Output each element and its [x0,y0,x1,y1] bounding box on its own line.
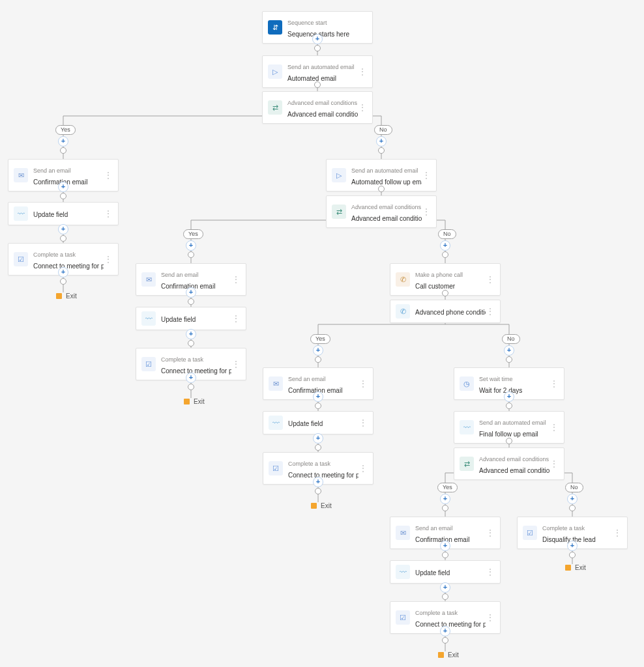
step-menu-button[interactable]: ⋮ [549,423,559,431]
step-title-label: Final follow up email [479,431,538,438]
branch-yes-pill[interactable]: Yes [437,483,458,492]
branch-no-pill[interactable]: No [565,483,583,492]
add-step-button[interactable]: + [58,224,68,234]
step-menu-button[interactable]: ⋮ [358,68,367,76]
connector-dot [378,186,385,192]
step-menu-button[interactable]: ⋮ [613,529,622,537]
add-step-button[interactable]: + [186,240,196,251]
step-title-label: Connect to meeting for product demo r... [33,263,104,270]
step-menu-button[interactable]: ⋮ [422,171,431,179]
step-update-field[interactable]: 〰 Update field ⋮ [390,560,501,584]
update-field-icon: 〰 [141,311,156,326]
step-type-label: Complete a task [161,356,203,363]
step-menu-button[interactable]: ⋮ [231,360,241,368]
step-title-label: Automated follow up email [351,178,422,186]
add-step-button[interactable]: + [440,240,450,251]
add-step-button[interactable]: + [186,373,196,383]
step-title-label: Connect to meeting for product demo r... [415,621,486,628]
connector-dot [315,488,321,494]
step-menu-button[interactable]: ⋮ [486,568,495,576]
step-type-label: Send an email [33,167,71,174]
step-menu-button[interactable]: ⋮ [486,276,495,283]
task-icon: ☑ [269,461,283,475]
step-menu-button[interactable]: ⋮ [358,104,367,111]
step-menu-button[interactable]: ⋮ [486,614,495,621]
step-menu-button[interactable]: ⋮ [549,460,559,468]
add-step-button[interactable]: + [312,34,323,44]
exit-icon [438,652,444,658]
add-step-button[interactable]: + [58,267,68,277]
automated-email-icon: ▷ [268,64,282,79]
step-menu-button[interactable]: ⋮ [359,464,368,472]
step-menu-button[interactable]: ⋮ [549,380,559,388]
branch-yes-pill[interactable]: Yes [55,125,76,135]
exit-icon [56,293,62,299]
branch-no-pill[interactable]: No [438,229,456,239]
mail-icon: ✉ [396,526,410,540]
sequence-designer-canvas[interactable]: ⇵ Sequence start Sequence starts here + … [0,0,644,667]
exit-label: Exit [575,564,586,571]
step-update-field[interactable]: 〰 Update field ⋮ [136,307,246,330]
step-type-label: Send an automated email [287,64,355,70]
branch-yes-pill[interactable]: Yes [310,334,330,344]
step-menu-button[interactable]: ⋮ [486,529,495,537]
step-menu-button[interactable]: ⋮ [104,210,113,218]
step-menu-button[interactable]: ⋮ [104,171,113,179]
add-step-button[interactable]: + [504,391,514,402]
mail-icon: ✉ [269,376,283,391]
add-step-button[interactable]: + [504,345,514,356]
branch-yes-pill[interactable]: Yes [183,229,203,239]
branch-no-pill[interactable]: No [374,125,392,135]
step-phone-condition[interactable]: ✆ Advanced phone condition ⋮ [390,300,501,323]
step-title-label: Wait for 2 days [479,387,522,394]
add-step-button[interactable]: + [313,391,323,402]
add-step-button[interactable]: + [567,494,578,504]
add-step-button[interactable]: + [313,345,323,356]
step-menu-button[interactable]: ⋮ [104,255,113,263]
add-step-button[interactable]: + [58,136,68,147]
step-menu-button[interactable]: ⋮ [359,419,368,427]
add-step-button[interactable]: + [186,329,196,339]
step-email-conditions[interactable]: ⇄ Advanced email conditions Advanced ema… [326,195,437,228]
step-menu-button[interactable]: ⋮ [359,380,368,388]
branch-no-pill[interactable]: No [502,334,520,344]
step-update-field[interactable]: 〰 Update field ⋮ [263,411,373,434]
step-menu-button[interactable]: ⋮ [231,315,241,322]
add-step-button[interactable]: + [567,541,578,551]
connector-dot [60,278,66,285]
exit-icon [311,503,317,509]
connector-dot [506,438,512,444]
connector-dot [60,147,66,154]
conditions-icon: ⇄ [460,457,474,471]
add-step-button[interactable]: + [58,182,68,192]
add-step-button[interactable]: + [313,433,323,444]
add-step-button[interactable]: + [440,541,450,551]
phone-condition-icon: ✆ [396,304,410,319]
add-step-button[interactable]: + [440,626,450,636]
exit-label: Exit [194,398,205,405]
step-menu-button[interactable]: ⋮ [422,208,431,216]
add-step-button[interactable]: + [376,136,387,147]
connector-dot [315,444,321,451]
add-step-button[interactable]: + [440,582,450,593]
step-title-label: Update field [33,211,68,218]
add-step-button[interactable]: + [186,287,196,298]
step-menu-button[interactable]: ⋮ [486,307,495,315]
step-email-conditions[interactable]: ⇄ Advanced email conditions Advanced ema… [454,447,564,480]
sequence-exit: Exit [311,502,332,509]
phone-icon: ✆ [396,272,410,287]
add-step-button[interactable]: + [440,494,450,504]
step-email-conditions[interactable]: ⇄ Advanced email conditions Advanced ema… [262,91,373,124]
step-type-label: Advanced email conditions [351,204,421,210]
step-title-label: Advanced email conditions [479,467,549,474]
connector-dot [188,384,194,390]
add-step-button[interactable]: + [313,477,323,487]
step-title-label: Automated email [287,75,336,82]
exit-label: Exit [321,502,332,509]
automated-email-icon: ▷ [332,168,346,182]
connector-dot [188,298,194,305]
step-menu-button[interactable]: ⋮ [231,276,241,283]
step-update-field[interactable]: 〰 Update field ⋮ [8,202,119,225]
connector-dot [315,403,321,409]
step-type-label: Complete a task [415,610,458,616]
